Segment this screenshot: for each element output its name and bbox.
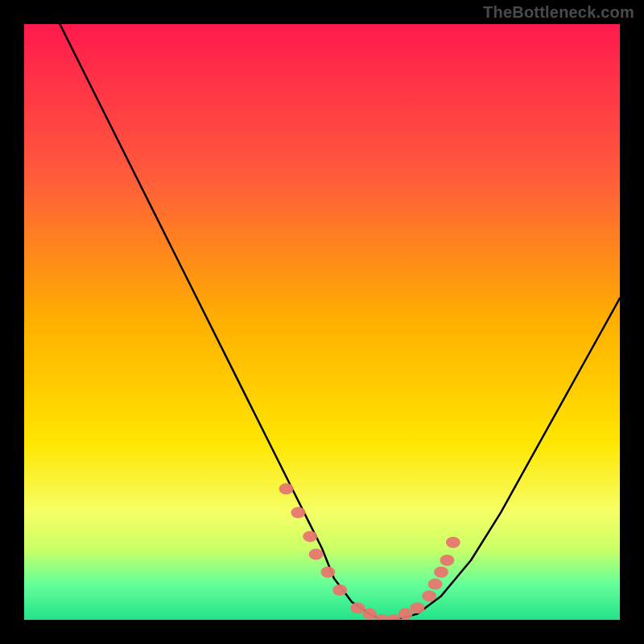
svg-point-15 [440,555,454,566]
svg-point-14 [434,567,448,578]
chart-frame: TheBottleneck.com [0,0,644,644]
svg-point-11 [410,602,424,613]
chart-svg [24,24,620,620]
svg-point-5 [332,584,347,596]
plot-area [24,24,620,620]
svg-point-13 [428,579,443,590]
svg-point-0 [279,483,294,494]
svg-point-3 [309,549,324,560]
curve-line [60,24,620,620]
svg-point-7 [362,609,377,620]
svg-point-16 [446,537,460,548]
marker-dots [279,483,460,620]
watermark-text: TheBottleneck.com [483,3,634,22]
svg-point-1 [291,507,305,518]
svg-point-6 [350,602,365,613]
svg-point-4 [320,567,335,578]
svg-point-2 [303,530,317,542]
svg-point-10 [398,609,413,620]
svg-point-12 [422,590,436,601]
